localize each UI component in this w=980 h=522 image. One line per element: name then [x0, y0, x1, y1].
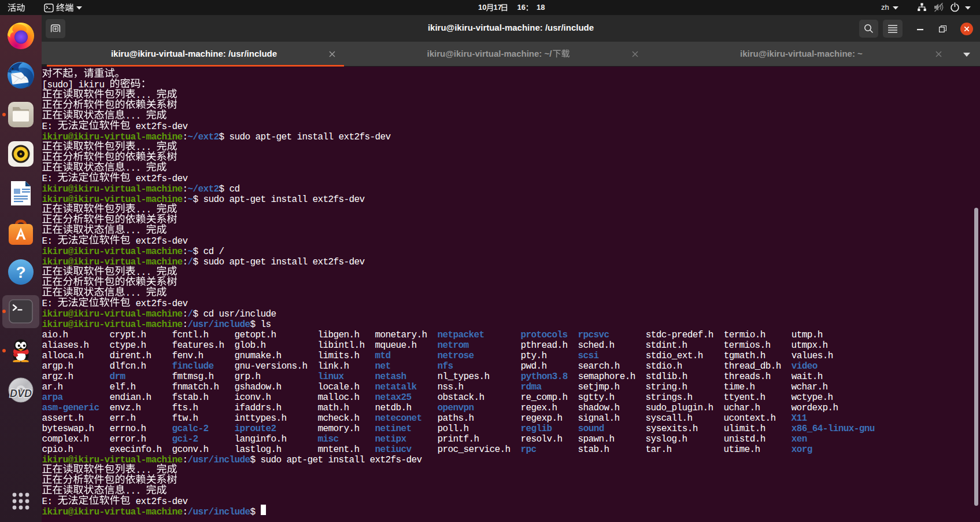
- svg-text:?: ?: [16, 263, 25, 281]
- svg-text:DVD: DVD: [10, 388, 32, 399]
